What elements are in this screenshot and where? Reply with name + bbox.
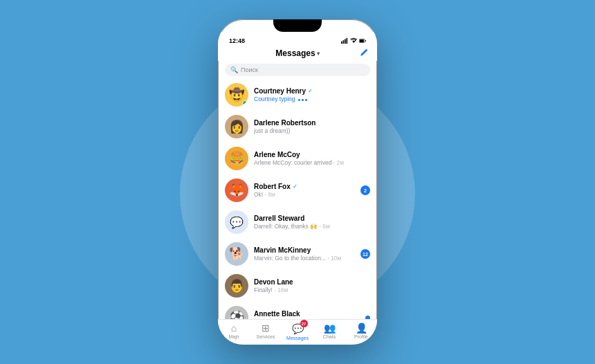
list-item[interactable]: ⚽ Annette Black You: 🌟🌟🌟🌟 · 20м — [218, 302, 377, 319]
contact-name: Robert Fox — [254, 183, 291, 190]
message-preview: Marvin: Go to the location... · 10м — [254, 255, 355, 262]
services-icon: ⊞ — [262, 322, 270, 334]
list-item[interactable]: 🍔 Arlene McCoy Arlene McCoy: courier arr… — [218, 143, 377, 174]
nav-item-services[interactable]: ⊞ Services — [250, 322, 282, 340]
nav-item-main[interactable]: ⌂ Majn — [218, 322, 250, 340]
message-preview: Courtney typing — [254, 95, 370, 102]
contact-name: Darrell Steward — [254, 215, 304, 222]
search-bar[interactable]: 🔍 Поиск — [225, 64, 370, 76]
unread-badge: 12 — [360, 249, 370, 259]
verified-icon: ✓ — [293, 183, 298, 190]
avatar: 💬 — [225, 210, 248, 234]
status-bar: 12:48 — [218, 32, 377, 46]
avatar: 🍔 — [225, 147, 248, 170]
svg-rect-6 — [365, 40, 366, 42]
contact-name: Annette Black — [254, 310, 300, 318]
nav-item-messenger[interactable]: 💬 27 Messages — [282, 322, 313, 340]
list-item[interactable]: 🐕 Marvin McKinney Marvin: Go to the loca… — [218, 238, 377, 270]
chevron-down-icon: ▾ — [317, 51, 320, 57]
status-icons — [341, 37, 366, 44]
profile-icon: 👤 — [356, 322, 367, 334]
message-preview: Darrell: Okay, thanks 🙌 · 6м — [254, 223, 370, 230]
nav-item-profile[interactable]: 👤 Profile — [345, 322, 377, 340]
avatar: 🐕 — [225, 242, 248, 266]
avatar: 👨 — [225, 274, 248, 298]
nav-label-profile: Profile — [354, 334, 368, 339]
bottom-navigation: ⌂ Majn ⊞ Services 💬 27 Messages 👥 Chats … — [218, 319, 377, 345]
nav-label-main: Majn — [228, 334, 239, 339]
header-title-text: Messages — [275, 48, 315, 58]
svg-rect-1 — [343, 40, 345, 44]
message-preview: just a dream)) — [254, 127, 370, 134]
list-item[interactable]: 💬 Darrell Steward Darrell: Okay, thanks … — [218, 206, 377, 238]
nav-label-services: Services — [257, 334, 275, 339]
contact-name: Darlene Robertson — [254, 119, 315, 127]
signal-icon — [341, 37, 348, 44]
list-item[interactable]: 🤠 Courtney Henry ✓ Courtney typing — [218, 79, 377, 111]
list-item[interactable]: 👨 Devon Lane Finally! · 16м — [218, 270, 377, 302]
conversation-list: 🤠 Courtney Henry ✓ Courtney typing — [218, 79, 377, 319]
contact-name: Devon Lane — [254, 278, 293, 286]
search-placeholder: Поиск — [241, 66, 258, 73]
conversation-info: Arlene McCoy Arlene McCoy: courier arriv… — [254, 151, 370, 166]
contact-name: Marvin McKinney — [254, 246, 311, 254]
svg-rect-5 — [360, 39, 364, 42]
message-preview: You: 🌟🌟🌟🌟 · 20м — [254, 318, 360, 319]
nav-item-chats[interactable]: 👥 Chats — [313, 322, 345, 340]
phone-frame: 12:48 — [218, 19, 377, 345]
status-time: 12:48 — [229, 37, 245, 44]
messenger-badge-wrap: 💬 27 — [292, 322, 304, 335]
conversation-info: Marvin McKinney Marvin: Go to the locati… — [254, 246, 355, 262]
conversation-info: Devon Lane Finally! · 16м — [254, 278, 370, 293]
verified-icon: ✓ — [308, 88, 313, 94]
search-icon: 🔍 — [230, 66, 238, 73]
messenger-badge: 27 — [300, 320, 308, 327]
avatar: 🤠 — [225, 83, 248, 107]
svg-rect-3 — [347, 38, 348, 44]
header-title: Messages ▾ — [275, 48, 319, 58]
svg-rect-0 — [341, 42, 342, 44]
unread-badge: 2 — [360, 185, 370, 195]
contact-name: Arlene McCoy — [254, 151, 300, 158]
chats-icon: 👥 — [324, 322, 336, 334]
avatar: ⚽ — [225, 306, 248, 319]
home-icon: ⌂ — [231, 322, 237, 334]
message-preview: Finally! · 16м — [254, 286, 370, 293]
contact-name: Courtney Henry — [254, 87, 306, 95]
avatar: 👩 — [225, 115, 248, 138]
phone-notch — [273, 19, 322, 32]
unread-dot — [365, 316, 370, 320]
messages-header: Messages ▾ — [218, 46, 377, 61]
message-preview: Arlene McCoy: courier arrived · 2м — [254, 159, 370, 166]
svg-rect-2 — [345, 39, 346, 44]
list-item[interactable]: 🦊 Robert Fox ✓ Ok! · 8м 2 — [218, 174, 377, 206]
wifi-icon — [350, 37, 357, 44]
nav-label-messenger: Messages — [286, 336, 309, 340]
conversation-info: Annette Black You: 🌟🌟🌟🌟 · 20м — [254, 310, 360, 319]
battery-icon — [359, 37, 366, 44]
message-preview: Ok! · 8м — [254, 191, 355, 198]
conversation-info: Robert Fox ✓ Ok! · 8м — [254, 183, 355, 198]
conversation-info: Darrell Steward Darrell: Okay, thanks 🙌 … — [254, 215, 370, 230]
nav-label-chats: Chats — [323, 334, 336, 339]
list-item[interactable]: 👩 Darlene Robertson just a dream)) — [218, 111, 377, 143]
avatar: 🦊 — [225, 179, 248, 202]
conversation-info: Darlene Robertson just a dream)) — [254, 119, 370, 134]
edit-icon[interactable] — [360, 48, 369, 59]
online-indicator — [242, 100, 248, 106]
conversation-info: Courtney Henry ✓ Courtney typing — [254, 87, 370, 102]
